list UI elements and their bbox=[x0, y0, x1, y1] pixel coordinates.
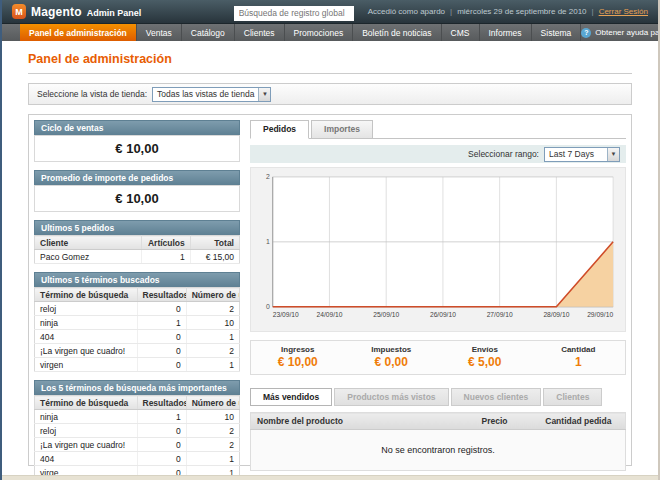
range-label: Seleccionar rango: bbox=[468, 149, 539, 159]
nav-item[interactable]: Boletín de noticias bbox=[353, 24, 441, 41]
total-label: Cantidad bbox=[532, 345, 626, 354]
column-header: Número de usos bbox=[186, 288, 239, 302]
range-bar: Seleccionar rango: Last 7 Days ▼ bbox=[250, 145, 626, 163]
total-value: 1 bbox=[532, 355, 626, 369]
table-cell: ninja bbox=[35, 410, 138, 424]
bottom-tab[interactable]: Clientes bbox=[543, 388, 602, 406]
nav-item[interactable]: Sistema bbox=[532, 24, 582, 41]
table-cell: 0 bbox=[137, 424, 186, 438]
column-header: Número de usos bbox=[186, 396, 239, 410]
table-row: ¡La virgen que cuadro!02 bbox=[35, 344, 240, 358]
magento-admin-window: M Magento Admin Panel Accedió como apard… bbox=[0, 0, 660, 480]
column-header: Nombre del producto bbox=[251, 413, 476, 430]
session-info: Accedió como apardo | miércoles 29 de se… bbox=[368, 7, 648, 16]
total-cell: Envíos€ 5,00 bbox=[438, 345, 532, 369]
chart-tab[interactable]: Pedidos bbox=[250, 120, 309, 139]
magento-logo-icon: M bbox=[12, 4, 26, 19]
table-cell: ¡La virgen que cuadro! bbox=[35, 438, 138, 452]
page-help[interactable]: ? Obtener ayuda para esta página bbox=[581, 24, 660, 41]
help-label: Obtener ayuda para esta página bbox=[595, 28, 660, 37]
orders-chart: 01223/09/1024/09/1025/09/1026/09/1027/09… bbox=[255, 172, 621, 327]
table-cell: 0 bbox=[137, 358, 186, 372]
nav-item[interactable]: Promociones bbox=[285, 24, 354, 41]
bottom-tabs: Más vendidosProductos más vistosNuevos c… bbox=[250, 388, 626, 406]
table-cell: 1 bbox=[137, 410, 186, 424]
table-cell: 404 bbox=[35, 330, 138, 344]
logged-in-as: Accedió como apardo bbox=[368, 7, 445, 16]
table-header-row: Nombre del productoPrecioCantidad pedida bbox=[251, 413, 626, 430]
total-value: € 5,00 bbox=[438, 355, 532, 369]
bottom-tab[interactable]: Productos más vistos bbox=[334, 388, 448, 406]
table-cell: 2 bbox=[186, 438, 239, 452]
dashboard-panel: Ciclo de ventas € 10,00 Promedio de impo… bbox=[28, 114, 632, 466]
table-cell: 404 bbox=[35, 452, 138, 466]
svg-text:24/09/10: 24/09/10 bbox=[316, 311, 342, 318]
last-orders-card: Ultimos 5 pedidos ClienteArtículosTotal … bbox=[34, 220, 240, 264]
table-cell: 0 bbox=[137, 302, 186, 316]
total-cell: Impuestos€ 0,00 bbox=[345, 345, 439, 369]
chart-tabs: PedidosImportes bbox=[250, 120, 626, 138]
table-header-row: Término de búsquedaResultadosNúmero de u… bbox=[35, 396, 240, 410]
bottom-tab[interactable]: Más vendidos bbox=[250, 388, 332, 406]
nav-item[interactable]: Informes bbox=[480, 24, 532, 41]
table-cell: € 15,00 bbox=[190, 250, 239, 264]
svg-text:27/09/10: 27/09/10 bbox=[487, 311, 513, 318]
table-row: Paco Gomez1€ 15,00 bbox=[35, 250, 240, 264]
dashboard-left-column: Ciclo de ventas € 10,00 Promedio de impo… bbox=[34, 120, 240, 460]
table-row: virgen01 bbox=[35, 358, 240, 372]
column-header: Resultados bbox=[137, 288, 186, 302]
card-title: Ciclo de ventas bbox=[34, 120, 240, 135]
svg-text:0: 0 bbox=[266, 303, 270, 310]
global-search bbox=[234, 2, 354, 21]
nav-item[interactable]: Ventas bbox=[137, 24, 182, 41]
table-header-row: Término de búsquedaResultadosNúmero de u… bbox=[35, 288, 240, 302]
total-value: € 10,00 bbox=[251, 355, 345, 369]
total-cell: Ingresos€ 10,00 bbox=[251, 345, 345, 369]
lifetime-sales-value: € 10,00 bbox=[34, 135, 240, 162]
last-search-terms-table: Término de búsquedaResultadosNúmero de u… bbox=[34, 287, 240, 372]
brand-suffix: Admin Panel bbox=[87, 6, 142, 18]
table-cell: 0 bbox=[137, 438, 186, 452]
nav-item[interactable]: Catálogo bbox=[182, 24, 235, 41]
store-view-bar: Seleccione la vista de tienda: Todas las… bbox=[28, 83, 632, 105]
svg-text:23/09/10: 23/09/10 bbox=[273, 311, 299, 318]
card-title: Los 5 términos de búsqueda más important… bbox=[34, 380, 240, 395]
table-cell: 0 bbox=[137, 344, 186, 358]
bottom-tab[interactable]: Nuevos clientes bbox=[451, 388, 542, 406]
chevron-down-icon: ▼ bbox=[607, 148, 619, 161]
nav-item[interactable]: Panel de administración bbox=[20, 24, 137, 41]
global-search-input[interactable] bbox=[234, 6, 354, 21]
last-search-terms-card: Ultimos 5 términos buscados Término de b… bbox=[34, 272, 240, 372]
logout-link[interactable]: Cerrar Sesión bbox=[599, 7, 648, 16]
top-bar: M Magento Admin Panel Accedió como apard… bbox=[2, 0, 658, 24]
column-header: Resultados bbox=[137, 396, 186, 410]
table-cell: reloj bbox=[35, 302, 138, 316]
column-header: Precio bbox=[476, 413, 540, 430]
table-cell: 2 bbox=[186, 344, 239, 358]
nav-item[interactable]: Clientes bbox=[235, 24, 285, 41]
main-nav-items: Panel de administraciónVentasCatálogoCli… bbox=[20, 24, 581, 41]
nav-item[interactable]: CMS bbox=[442, 24, 480, 41]
table-row: reloj02 bbox=[35, 424, 240, 438]
svg-text:25/09/10: 25/09/10 bbox=[373, 311, 399, 318]
totals-bar: Ingresos€ 10,00Impuestos€ 0,00Envíos€ 5,… bbox=[250, 340, 626, 375]
card-title: Promedio de importe de pedidos bbox=[34, 170, 240, 185]
store-view-select[interactable]: Todas las vistas de tienda ▼ bbox=[152, 87, 271, 102]
window-footer bbox=[2, 475, 658, 480]
column-header: Término de búsqueda bbox=[35, 288, 138, 302]
table-cell: 1 bbox=[186, 452, 239, 466]
average-orders-value: € 10,00 bbox=[34, 185, 240, 212]
svg-text:29/09/10: 29/09/10 bbox=[587, 311, 613, 318]
top-search-terms-card: Los 5 términos de búsqueda más important… bbox=[34, 380, 240, 480]
range-select[interactable]: Last 7 Days ▼ bbox=[544, 147, 620, 162]
table-cell: 10 bbox=[186, 410, 239, 424]
total-label: Impuestos bbox=[345, 345, 439, 354]
table-cell: 1 bbox=[141, 250, 190, 264]
chart-tab[interactable]: Importes bbox=[311, 120, 373, 139]
main-nav: Panel de administraciónVentasCatálogoCli… bbox=[2, 24, 658, 41]
orders-tab-panel: Seleccionar rango: Last 7 Days ▼ 01223/0… bbox=[250, 138, 626, 375]
chevron-down-icon: ▼ bbox=[258, 88, 270, 101]
table-cell: virgen bbox=[35, 358, 138, 372]
table-cell: 0 bbox=[137, 452, 186, 466]
svg-text:26/09/10: 26/09/10 bbox=[430, 311, 456, 318]
